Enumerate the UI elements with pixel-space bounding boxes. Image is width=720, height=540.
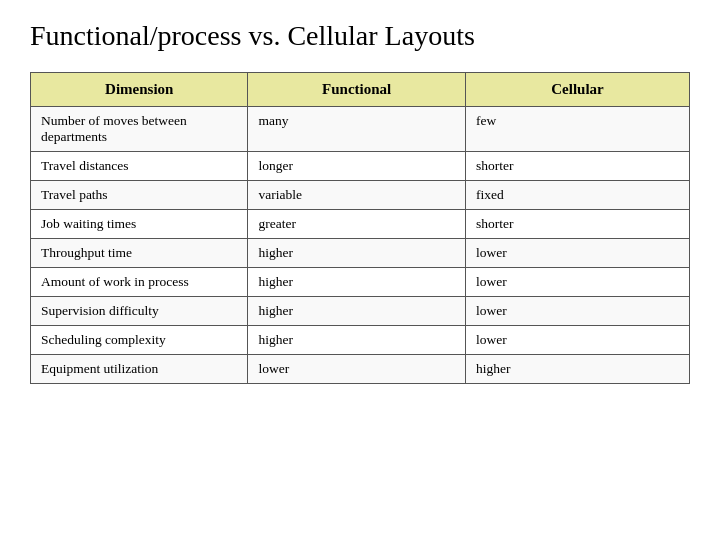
cell-cellular: lower (465, 268, 689, 297)
cell-functional: longer (248, 152, 465, 181)
cell-cellular: shorter (465, 152, 689, 181)
cell-dimension: Number of moves between departments (31, 107, 248, 152)
table-body: Number of moves between departmentsmanyf… (31, 107, 690, 384)
cell-functional: lower (248, 355, 465, 384)
header-cellular: Cellular (465, 73, 689, 107)
header-dimension: Dimension (31, 73, 248, 107)
cell-cellular: few (465, 107, 689, 152)
cell-functional: higher (248, 268, 465, 297)
cell-cellular: lower (465, 326, 689, 355)
table-header-row: Dimension Functional Cellular (31, 73, 690, 107)
cell-cellular: lower (465, 239, 689, 268)
cell-cellular: fixed (465, 181, 689, 210)
table-row: Supervision difficultyhigherlower (31, 297, 690, 326)
cell-functional: higher (248, 239, 465, 268)
comparison-table: Dimension Functional Cellular Number of … (30, 72, 690, 384)
cell-dimension: Amount of work in process (31, 268, 248, 297)
table-row: Travel distanceslongershorter (31, 152, 690, 181)
cell-cellular: shorter (465, 210, 689, 239)
cell-dimension: Supervision difficulty (31, 297, 248, 326)
cell-functional: higher (248, 297, 465, 326)
cell-functional: higher (248, 326, 465, 355)
cell-cellular: higher (465, 355, 689, 384)
table-row: Amount of work in processhigherlower (31, 268, 690, 297)
cell-dimension: Travel paths (31, 181, 248, 210)
cell-dimension: Scheduling complexity (31, 326, 248, 355)
cell-dimension: Equipment utilization (31, 355, 248, 384)
cell-functional: many (248, 107, 465, 152)
cell-functional: variable (248, 181, 465, 210)
header-functional: Functional (248, 73, 465, 107)
table-row: Equipment utilizationlowerhigher (31, 355, 690, 384)
cell-dimension: Job waiting times (31, 210, 248, 239)
page-title: Functional/process vs. Cellular Layouts (30, 20, 690, 52)
page: Functional/process vs. Cellular Layouts … (0, 0, 720, 540)
cell-functional: greater (248, 210, 465, 239)
table-row: Throughput timehigherlower (31, 239, 690, 268)
table-row: Scheduling complexityhigherlower (31, 326, 690, 355)
table-row: Job waiting timesgreatershorter (31, 210, 690, 239)
cell-cellular: lower (465, 297, 689, 326)
cell-dimension: Throughput time (31, 239, 248, 268)
cell-dimension: Travel distances (31, 152, 248, 181)
table-row: Travel pathsvariablefixed (31, 181, 690, 210)
table-row: Number of moves between departmentsmanyf… (31, 107, 690, 152)
